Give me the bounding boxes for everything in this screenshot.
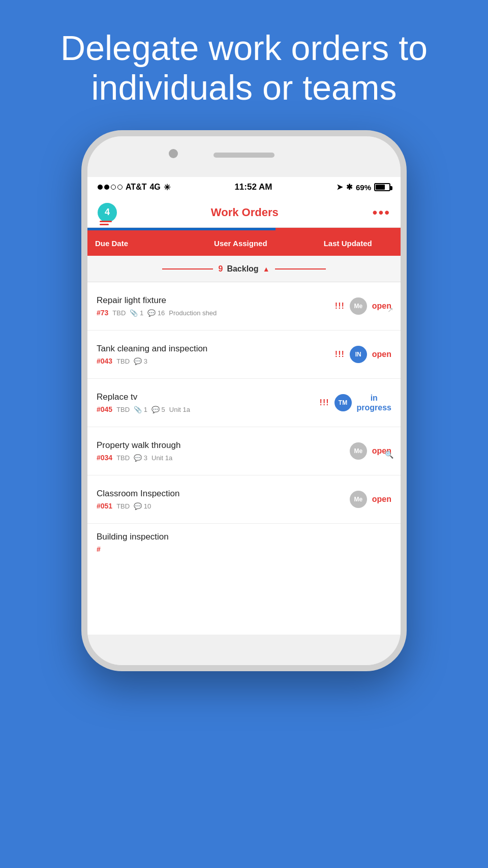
work-item-meta-051: #051 TBD 💬 10 [97,502,260,510]
side-button-volume-down [81,330,83,370]
work-item-right-051: Me open [269,491,401,508]
more-menu-button[interactable]: ••• [373,204,390,221]
work-order-item-73[interactable]: Repair light fixture #73 TBD 📎 1 💬 16 Pr… [87,282,401,331]
app-nav-bar: 4 Work Orders ••• [87,197,401,228]
nav-line-2 [100,224,109,225]
work-item-due-051: TBD [116,502,130,510]
side-button-volume-up [81,279,83,319]
location-034: Unit 1a [151,454,172,462]
network-label: 4G [149,183,160,192]
search-corner-icon-034: 🔍 [385,451,393,459]
priority-icon-043: !!! [335,350,345,359]
avatar-73: Me [350,297,367,315]
comment-icon-051: 💬 10 [134,502,151,510]
col-due-date: Due Date [87,239,206,248]
status-badge-043: open [372,350,391,359]
section-name: Backlog [227,264,258,274]
work-order-item-034[interactable]: Property walk through #034 TBD 💬 3 Unit … [87,427,401,475]
work-order-item-045[interactable]: Replace tv #045 TBD 📎 1 💬 5 Unit 1a !!! … [87,379,401,427]
attachment-icon-045: 📎 1 [134,406,147,413]
work-item-meta-034: #034 TBD 💬 3 Unit 1a [97,454,260,462]
avatar-045: TM [334,394,352,411]
status-badge-051: open [372,495,391,504]
side-button-power [405,294,407,355]
section-label: 9 Backlog ▲ [218,264,269,274]
work-order-item-051[interactable]: Classroom Inspection #051 TBD 💬 10 Me op… [87,475,401,524]
work-item-title-045: Replace tv [97,392,260,402]
status-badge-045: inprogress [357,393,391,412]
section-line-right [275,268,326,270]
section-backlog: 9 Backlog ▲ [87,256,401,282]
battery-percent: 69% [356,183,371,192]
work-item-right-034: Me open 🔍 [269,442,401,460]
avatar-043: IN [350,346,367,363]
work-item-meta-045: #045 TBD 📎 1 💬 5 Unit 1a [97,405,260,413]
work-item-due-043: TBD [116,357,130,365]
location-icon: ➤ [337,183,343,192]
work-item-title-051: Classroom Inspection [97,489,260,499]
location-73: Production shed [169,309,217,317]
loading-indicator: ✳ [164,183,170,192]
work-item-title-73: Repair light fixture [97,295,260,306]
work-order-item-building[interactable]: Building inspection # [87,524,401,557]
work-item-left-051: Classroom Inspection #051 TBD 💬 10 [87,489,269,510]
section-count: 9 [218,264,223,274]
table-header: Due Date User Assigned Last Updated [87,230,401,256]
status-right: ➤ ✱ 69% [337,183,390,192]
col-user-assigned: User Assigned [206,239,316,248]
work-item-right-73: !!! Me open ↗ [269,297,401,315]
work-item-left-045: Replace tv #045 TBD 📎 1 💬 5 Unit 1a [87,392,269,413]
signal-dot-1 [98,185,103,190]
side-button-mute [81,238,83,268]
signal-dot-3 [111,185,116,190]
hero-line1: Delegate work orders to [60,28,428,67]
signal-indicator [98,185,123,190]
hero-section: Delegate work orders to individuals or t… [0,0,488,120]
work-item-id-043: #043 [97,357,112,365]
work-item-right-043: !!! IN open [269,346,401,363]
location-045: Unit 1a [169,406,190,413]
work-item-id-051: #051 [97,502,112,510]
battery-indicator [374,183,390,191]
work-order-item-043[interactable]: Tank cleaning and inspection #043 TBD 💬 … [87,331,401,379]
phone-camera [169,149,178,158]
work-item-id-73: #73 [97,309,108,317]
hero-text: Delegate work orders to individuals or t… [41,28,447,107]
status-time: 11:52 AM [234,182,272,192]
work-item-id-045: #045 [97,405,112,413]
work-item-title-043: Tank cleaning and inspection [97,344,260,354]
col-last-updated: Last Updated [316,239,401,248]
phone-bottom [87,635,401,665]
status-left: AT&T 4G ✳ [98,183,170,192]
bluetooth-icon: ✱ [346,183,353,192]
nav-badge[interactable]: 4 [98,203,117,222]
comment-icon-034: 💬 3 [134,454,147,462]
work-item-meta-building: # [97,545,391,553]
work-item-left-034: Property walk through #034 TBD 💬 3 Unit … [87,440,269,462]
status-bar: AT&T 4G ✳ 11:52 AM ➤ ✱ 69% [87,177,401,197]
work-item-left-043: Tank cleaning and inspection #043 TBD 💬 … [87,344,269,365]
section-sort-icon[interactable]: ▲ [263,265,270,273]
work-item-meta-73: #73 TBD 📎 1 💬 16 Production shed [97,309,260,317]
work-item-left-73: Repair light fixture #73 TBD 📎 1 💬 16 Pr… [87,295,269,317]
work-item-due-045: TBD [116,406,130,413]
work-item-title-034: Property walk through [97,440,260,451]
avatar-051: Me [350,491,367,508]
carrier-label: AT&T [126,183,146,192]
priority-icon-045: !!! [320,398,329,407]
phone-wrapper: AT&T 4G ✳ 11:52 AM ➤ ✱ 69% 4 [0,130,488,671]
avatar-034: Me [350,442,367,460]
phone-frame: AT&T 4G ✳ 11:52 AM ➤ ✱ 69% 4 [81,130,407,671]
phone-top [87,136,401,177]
comment-icon-73: 💬 16 [147,309,165,317]
phone-screen: AT&T 4G ✳ 11:52 AM ➤ ✱ 69% 4 [87,177,401,635]
work-item-right-045: !!! TM inprogress [269,393,401,412]
nav-line-1 [100,221,112,222]
work-item-due-73: TBD [112,309,126,317]
signal-dot-4 [117,185,123,190]
work-item-id-building: # [97,545,101,553]
work-item-due-034: TBD [116,454,130,462]
badge-count: 4 [105,207,110,218]
comment-icon-043: 💬 3 [134,357,147,365]
corner-icon-73: ↗ [387,306,393,314]
